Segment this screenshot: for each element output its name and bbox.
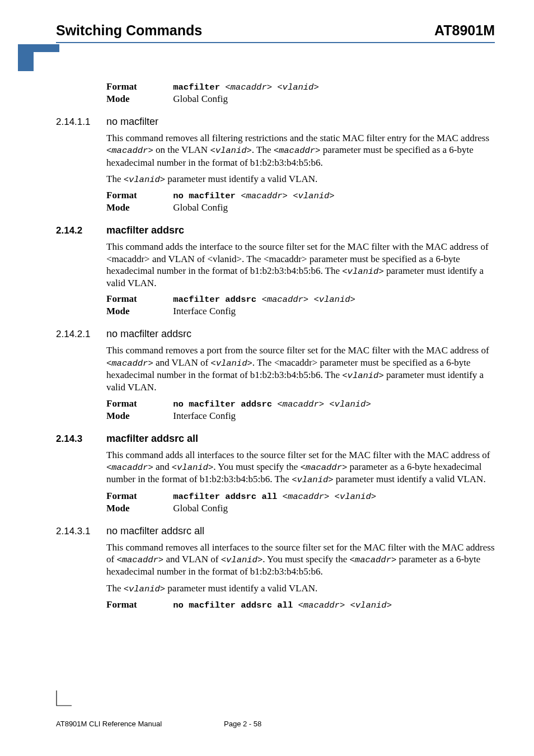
header-rule bbox=[56, 42, 495, 43]
paragraph: The <vlanid> parameter must identify a v… bbox=[106, 582, 495, 595]
format-label: Format bbox=[106, 491, 171, 502]
footer-corner-icon bbox=[56, 690, 72, 708]
section-number: 2.14.1.1 bbox=[56, 116, 106, 128]
mode-label: Mode bbox=[106, 410, 171, 422]
format-label: Format bbox=[106, 398, 171, 409]
paragraph: The <vlanid> parameter must identify a v… bbox=[106, 173, 495, 185]
header-left: Switching Commands bbox=[56, 22, 202, 39]
section-number: 2.14.2.1 bbox=[56, 329, 106, 340]
footer-page: Page 2 - 58 bbox=[224, 720, 261, 728]
cmd-text: macfilter bbox=[173, 82, 225, 92]
paragraph: This command adds all interfaces to the … bbox=[106, 449, 495, 486]
paragraph: This command removes all filtering restr… bbox=[106, 132, 495, 169]
section-title: no macfilter addsrc all bbox=[106, 525, 204, 537]
mode-label: Mode bbox=[106, 306, 171, 317]
cmd-args: <macaddr> <vlanid> bbox=[241, 191, 334, 201]
section-number: 2.14.3 bbox=[56, 433, 106, 445]
cmd-args: <macaddr> <vlanid> bbox=[298, 600, 392, 610]
mode-label: Mode bbox=[106, 202, 171, 213]
mode-value: Global Config bbox=[173, 202, 228, 213]
cmd-args: <macaddr> <vlanid> bbox=[277, 399, 371, 409]
cmd-text: macfilter addsrc bbox=[173, 295, 261, 305]
paragraph: This command removes a port from the sou… bbox=[106, 344, 495, 393]
svg-rect-1 bbox=[34, 44, 59, 52]
section-title: macfilter addsrc all bbox=[106, 433, 198, 445]
section-number: 2.14.3.1 bbox=[56, 526, 106, 537]
section-number: 2.14.2 bbox=[56, 225, 106, 236]
format-label: Format bbox=[106, 599, 171, 610]
header-right: AT8901M bbox=[434, 22, 495, 39]
svg-rect-0 bbox=[18, 44, 34, 71]
footer-left: AT8901M CLI Reference Manual bbox=[56, 720, 162, 728]
format-label: Format bbox=[106, 190, 171, 201]
cmd-text: no macfilter addsrc all bbox=[173, 600, 298, 610]
paragraph: This command adds the interface to the s… bbox=[106, 241, 495, 289]
mode-value: Interface Config bbox=[173, 410, 236, 421]
section-title: no macfilter addsrc bbox=[106, 328, 191, 340]
mode-value: Interface Config bbox=[173, 306, 236, 316]
format-label: Format bbox=[106, 293, 171, 305]
cmd-text: macfilter addsrc all bbox=[173, 492, 282, 502]
mode-value: Global Config bbox=[173, 94, 228, 104]
cmd-args: <macaddr> <vlanid> bbox=[283, 492, 376, 502]
brand-mark-icon bbox=[18, 44, 495, 71]
cmd-text: no macfilter addsrc bbox=[173, 399, 277, 409]
section-title: macfilter addsrc bbox=[106, 225, 184, 236]
cmd-text: no macfilter bbox=[173, 191, 241, 201]
mode-value: Global Config bbox=[173, 503, 228, 514]
section-title: no macfilter bbox=[106, 116, 158, 128]
mode-label: Mode bbox=[106, 503, 171, 514]
mode-label: Mode bbox=[106, 94, 171, 105]
cmd-args: <macaddr> <vlanid> bbox=[261, 295, 355, 305]
paragraph: This command removes all interfaces to t… bbox=[106, 542, 495, 578]
cmd-args: <macaddr> <vlanid> bbox=[225, 82, 318, 92]
format-label: Format bbox=[106, 81, 171, 92]
